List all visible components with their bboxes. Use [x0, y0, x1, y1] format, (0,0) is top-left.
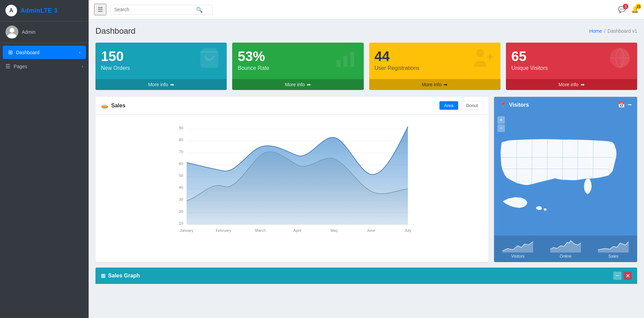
sidebar-item-pages-label: Pages	[14, 64, 27, 69]
sidebar-brand: A AdminLTE 3	[0, 0, 89, 21]
user-panel: Admin	[0, 21, 89, 43]
map-container: + −	[494, 113, 637, 236]
us-mainland	[500, 139, 616, 185]
alerts-badge: 15	[636, 4, 641, 9]
info-box-bounce: 53% Bounce Rate More info ➡	[232, 43, 363, 90]
visitors-card: 📍 Visitors 📅 − + −	[494, 97, 637, 262]
visitors-value: 65	[511, 49, 548, 63]
svg-rect-5	[343, 56, 347, 67]
svg-text:10: 10	[179, 221, 183, 225]
map-controls: + −	[497, 116, 505, 132]
svg-text:70: 70	[179, 150, 183, 154]
search-button[interactable]: 🔍	[196, 6, 203, 13]
visitors-stat-sales-label: Sales	[608, 254, 618, 259]
info-boxes: 150 New Orders More info ➡	[95, 43, 637, 90]
bounce-footer[interactable]: More info ➡	[232, 79, 363, 90]
orders-icon	[197, 46, 221, 74]
chart-container: 10 20 30 40 50 60 70 80 90	[101, 120, 483, 236]
svg-text:March: March	[255, 228, 266, 232]
svg-text:January: January	[180, 228, 194, 232]
breadcrumb: Home / Dashboard v1	[589, 28, 637, 34]
sales-card-header: 🥧 Sales Area Donut	[95, 97, 489, 115]
sidebar-item-pages[interactable]: ☰ Pages ‹	[0, 60, 89, 73]
svg-text:60: 60	[179, 162, 183, 166]
visitors-label: Unique Visitors	[511, 65, 548, 71]
map-zoom-out[interactable]: −	[497, 124, 505, 132]
registrations-footer[interactable]: More info ➡	[369, 79, 500, 90]
bounce-label: Bounce Rate	[238, 65, 269, 71]
sidebar: A AdminLTE 3 Admin ⊞ Dashboard ‹ ☰ Pages…	[0, 0, 89, 318]
sales-card-body: 10 20 30 40 50 60 70 80 90	[95, 115, 489, 241]
info-box-registrations: 44 User Registrations More info ➡	[369, 43, 500, 90]
unique-visitors-footer[interactable]: More info ➡	[506, 79, 637, 90]
sales-graph-icon: ⊞	[101, 273, 105, 279]
sales-mini-chart	[598, 239, 629, 253]
registrations-icon	[471, 46, 495, 74]
navbar: ☰ 🔍 💬 3 🔔 15	[89, 0, 644, 19]
content-header: Dashboard Home / Dashboard v1	[95, 26, 637, 36]
svg-text:April: April	[294, 228, 301, 232]
sales-series1-area	[186, 127, 408, 225]
svg-text:May: May	[330, 228, 338, 232]
sales-graph-minimize[interactable]: −	[613, 272, 621, 280]
registrations-label: User Registrations	[375, 65, 420, 71]
sales-graph-title: ⊞ Sales Graph	[101, 273, 140, 279]
sales-card-title: 🥧 Sales	[101, 102, 125, 109]
sidebar-item-pages-arrow: ‹	[82, 64, 83, 69]
svg-rect-6	[350, 52, 354, 67]
svg-text:June: June	[367, 228, 375, 232]
sidebar-item-dashboard-arrow: ‹	[79, 50, 80, 55]
visitors-stat-online: Online	[542, 236, 589, 262]
sales-chart: 10 20 30 40 50 60 70 80 90	[101, 120, 483, 236]
bounce-value: 53%	[238, 49, 269, 63]
info-box-orders: 150 New Orders More info ➡	[95, 43, 227, 90]
svg-text:90: 90	[179, 126, 183, 130]
messages-button[interactable]: 💬 3	[618, 6, 626, 13]
sales-card-tools: Area Donut	[439, 101, 483, 110]
visitors-stat-online-label: Online	[560, 254, 572, 259]
avatar	[5, 26, 18, 39]
alerts-button[interactable]: 🔔 15	[631, 6, 639, 13]
us-florida	[584, 179, 592, 194]
sidebar-item-dashboard-label: Dashboard	[16, 50, 40, 55]
svg-text:February: February	[216, 228, 231, 232]
visitors-footer: Visitors Online	[494, 236, 637, 262]
navbar-toggler[interactable]: ☰	[94, 4, 106, 15]
navbar-right: 💬 3 🔔 15	[618, 6, 639, 13]
sidebar-item-dashboard[interactable]: ⊞ Dashboard ‹	[3, 46, 86, 59]
content-wrapper: Dashboard Home / Dashboard v1 150 New Or…	[89, 19, 644, 318]
visitors-card-tools: 📅 −	[618, 101, 632, 109]
svg-text:40: 40	[179, 185, 183, 190]
calendar-icon[interactable]: 📅	[618, 102, 625, 108]
sales-graph-close[interactable]: ✕	[624, 272, 632, 280]
breadcrumb-home[interactable]: Home	[589, 28, 602, 34]
donut-button[interactable]: Donut	[461, 101, 483, 110]
us-hawaii2	[543, 208, 546, 211]
map-zoom-in[interactable]: +	[497, 116, 505, 124]
search-input[interactable]	[114, 7, 196, 12]
sales-graph-tools: − ✕	[613, 272, 632, 280]
svg-text:July: July	[404, 228, 411, 232]
breadcrumb-separator: /	[604, 28, 605, 34]
sales-card: 🥧 Sales Area Donut 10 20 30	[95, 97, 489, 262]
online-mini-chart	[550, 239, 581, 253]
svg-point-1	[10, 28, 14, 33]
map-pin-icon: 📍	[499, 102, 506, 108]
registrations-value: 44	[375, 49, 420, 63]
nav-menu: ⊞ Dashboard ‹ ☰ Pages ‹	[0, 43, 89, 318]
visitors-stat-visitors: Visitors	[494, 236, 542, 262]
search-form: 🔍	[110, 5, 213, 15]
orders-label: New Orders	[101, 65, 130, 71]
sales-pie-icon: 🥧	[101, 102, 108, 109]
area-button[interactable]: Area	[439, 101, 458, 110]
brand-logo: A	[5, 5, 17, 16]
orders-value: 150	[101, 49, 130, 63]
messages-badge: 3	[623, 4, 628, 9]
dashboard-icon: ⊞	[8, 49, 13, 56]
visitors-card-header: 📍 Visitors 📅 −	[494, 97, 637, 113]
svg-point-7	[476, 49, 484, 57]
svg-text:20: 20	[179, 209, 183, 213]
visitors-stat-sales: Sales	[589, 236, 637, 262]
minimize-icon[interactable]: −	[628, 101, 632, 109]
orders-footer[interactable]: More info ➡	[95, 79, 227, 90]
